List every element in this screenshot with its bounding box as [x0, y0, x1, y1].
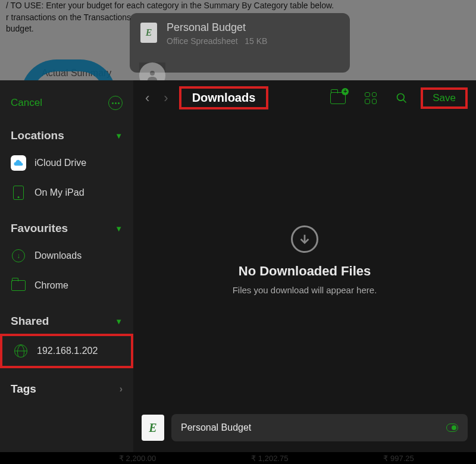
file-preview-title: Personal Budget	[167, 21, 339, 34]
ipad-icon	[13, 186, 24, 200]
globe-icon	[14, 344, 27, 358]
svg-point-0	[150, 71, 155, 76]
shared-section-header[interactable]: Shared ▼	[0, 309, 133, 334]
sidebar-item-label: Downloads	[35, 250, 82, 261]
bg-value: ₹ 997.25	[383, 454, 414, 463]
bg-instruction-3: budget.	[6, 24, 34, 33]
locations-section-header[interactable]: Locations ▼	[0, 123, 133, 148]
bg-bottom-values: ₹ 2,200.00 ₹ 1,202.75 ₹ 997.25	[119, 454, 464, 463]
save-dialog: Cancel Locations ▼ iCloud Drive On My iP…	[0, 80, 476, 464]
locations-label: Locations	[11, 129, 64, 142]
sidebar-item-label: 192.168.1.202	[37, 346, 98, 356]
file-preview-meta: Office Spreadsheet 15 KB	[167, 36, 339, 46]
svg-line-2	[403, 99, 406, 102]
bg-instruction-1: / TO USE: Enter your budget for each cat…	[6, 1, 334, 10]
chevron-down-icon: ▼	[115, 224, 123, 233]
sidebar-item-network-share[interactable]: 192.168.1.202	[0, 334, 133, 368]
bg-value: ₹ 2,200.00	[119, 454, 156, 463]
path-title: Downloads	[186, 87, 262, 108]
grid-icon	[365, 92, 377, 104]
new-folder-icon	[330, 92, 346, 104]
chevron-down-icon: ▼	[115, 317, 123, 326]
sidebar-item-label: Chrome	[35, 280, 68, 291]
more-options-icon[interactable]	[108, 96, 123, 110]
file-preview-card: E Personal Budget Office Spreadsheet 15 …	[130, 13, 350, 73]
favourites-section-header[interactable]: Favourites ▼	[0, 216, 133, 241]
empty-state-subtitle: Files you download will appear here.	[233, 285, 377, 295]
empty-state-title: No Downloaded Files	[239, 264, 371, 279]
svg-point-1	[397, 93, 405, 101]
chevron-down-icon: ▼	[115, 131, 123, 140]
extension-toggle-icon[interactable]	[446, 424, 458, 432]
filename-input[interactable]: Personal Budget	[171, 414, 468, 441]
search-icon	[396, 92, 408, 104]
chevron-right-icon: ›	[120, 384, 123, 394]
cancel-button[interactable]: Cancel	[11, 97, 42, 109]
download-arrow-icon	[291, 225, 318, 253]
sidebar-item-ipad[interactable]: On My iPad	[0, 178, 133, 208]
view-grid-button[interactable]	[359, 92, 383, 104]
spreadsheet-file-icon: E	[140, 23, 157, 43]
main-toolbar: ‹ › Downloads Save	[133, 80, 476, 114]
sidebar-item-downloads[interactable]: ↓ Downloads	[0, 241, 133, 271]
tags-label: Tags	[11, 383, 36, 396]
download-circle-icon: ↓	[12, 249, 25, 262]
bg-instruction-2: r transactions on the Transactions	[6, 12, 131, 22]
favourites-label: Favourites	[11, 222, 68, 235]
nav-forward-button: ›	[160, 90, 171, 106]
filename-bar: E Personal Budget	[133, 406, 476, 452]
sidebar: Cancel Locations ▼ iCloud Drive On My iP…	[0, 80, 133, 452]
icloud-icon	[11, 155, 26, 171]
bg-value: ₹ 1,202.75	[251, 454, 288, 463]
sidebar-item-chrome[interactable]: Chrome	[0, 271, 133, 300]
main-panel: ‹ › Downloads Save No Downloaded Files F…	[133, 80, 476, 452]
spreadsheet-file-icon: E	[142, 415, 164, 441]
sidebar-item-label: On My iPad	[35, 187, 84, 198]
shared-label: Shared	[11, 315, 49, 328]
sidebar-item-label: iCloud Drive	[35, 158, 86, 168]
sidebar-item-icloud[interactable]: iCloud Drive	[0, 148, 133, 178]
file-list-empty: No Downloaded Files Files you download w…	[133, 114, 476, 406]
filename-text: Personal Budget	[181, 422, 251, 433]
search-button[interactable]	[390, 92, 414, 104]
save-button[interactable]: Save	[427, 87, 462, 108]
tags-section-header[interactable]: Tags ›	[0, 377, 133, 402]
nav-back-button[interactable]: ‹	[142, 90, 153, 106]
folder-icon	[11, 280, 26, 291]
new-folder-button[interactable]	[324, 92, 352, 104]
